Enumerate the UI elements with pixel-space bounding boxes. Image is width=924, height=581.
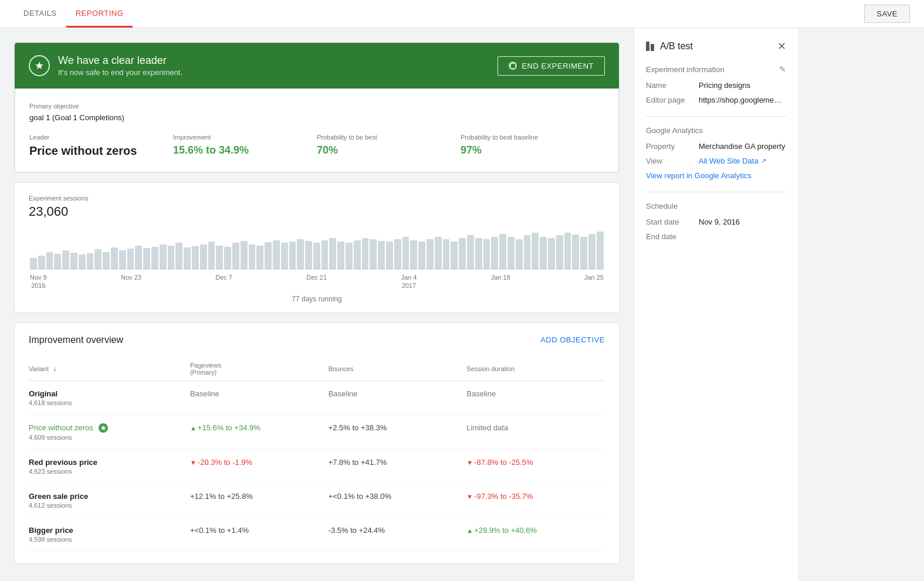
chart-bar xyxy=(184,247,191,270)
chart-bar xyxy=(524,235,531,270)
limited-data-text: Limited data xyxy=(466,423,508,432)
save-button[interactable]: SAVE xyxy=(864,5,910,23)
chart-bar xyxy=(337,242,344,270)
variant-sessions: 4,609 sessions xyxy=(29,434,190,441)
close-button[interactable]: ✕ xyxy=(777,40,786,53)
ab-bar-1 xyxy=(646,42,649,51)
improvement-title: Improvement overview xyxy=(29,335,123,345)
chart-bar xyxy=(354,240,361,270)
primary-objective-label: Primary objective xyxy=(29,103,604,110)
pageviews-value: +15.6% to +34.9% xyxy=(198,423,260,432)
col-variant: Variant ↓ xyxy=(29,357,190,381)
variant-cell: Red previous price4,623 sessions xyxy=(29,450,190,484)
edit-icon[interactable]: ✎ xyxy=(779,64,786,74)
bar-chart xyxy=(29,229,605,270)
chart-bar xyxy=(135,246,142,270)
view-ga-report-link[interactable]: View report in Google Analytics xyxy=(646,171,786,180)
banner-title: We have a clear leader xyxy=(58,55,182,67)
x-label-dec21: Dec 21 xyxy=(306,273,327,290)
baseline-text: Baseline xyxy=(190,389,219,398)
experiment-info-section: Experiment information ✎ Name Pricing de… xyxy=(646,64,786,104)
chart-bar xyxy=(265,242,272,270)
pageviews-cell: +<0.1% to +1.4% xyxy=(190,518,329,552)
chart-bar xyxy=(62,250,69,270)
primary-objective-section: Primary objective goal 1 (Goal 1 Complet… xyxy=(29,103,604,122)
property-row: Property Merchandise GA property xyxy=(646,142,786,151)
bounces-cell: +2.5% to +38.3% xyxy=(329,414,467,450)
chart-bar xyxy=(273,240,280,270)
chart-bar xyxy=(572,235,579,270)
bounces-value: +<0.1% to +38.0% xyxy=(329,492,391,501)
property-label: Property xyxy=(646,142,699,151)
tab-reporting[interactable]: REPORTING xyxy=(66,1,133,28)
chart-bar xyxy=(175,243,182,270)
view-link[interactable]: All Web Site Data ↗ xyxy=(699,157,766,165)
chart-bar xyxy=(249,244,256,270)
banner-text: We have a clear leader It's now safe to … xyxy=(58,55,182,77)
content-area: ★ We have a clear leader It's now safe t… xyxy=(0,28,634,581)
variant-sessions: 4,618 sessions xyxy=(29,399,190,406)
external-link-icon: ↗ xyxy=(761,157,766,165)
baseline-text: Baseline xyxy=(329,389,358,398)
chart-bar xyxy=(94,249,101,270)
arrow-down-icon: ▼ xyxy=(466,493,473,500)
variant-sessions: 4,623 sessions xyxy=(29,468,190,475)
google-analytics-section: Google Analytics Property Merchandise GA… xyxy=(646,126,786,180)
chart-bar xyxy=(256,246,263,270)
variant-cell: Original4,618 sessions xyxy=(29,380,190,414)
chart-bar xyxy=(281,243,288,270)
col-bounces: Bounces xyxy=(329,357,467,381)
add-objective-button[interactable]: ADD OBJECTIVE xyxy=(540,335,605,344)
chart-bar xyxy=(491,237,498,270)
ga-section-title: Google Analytics xyxy=(646,126,703,135)
leader-badge: ★ xyxy=(99,423,108,433)
chart-bar xyxy=(30,258,37,270)
improvement-stat: Improvement 15.6% to 34.9% xyxy=(173,134,317,158)
arrow-down-icon: ▼ xyxy=(466,459,473,466)
chart-area: Nov 92016 Nov 23 Dec 7 Dec 21 Jan 42017 … xyxy=(29,229,605,290)
divider-1 xyxy=(646,116,786,117)
view-value: All Web Site Data xyxy=(699,157,759,165)
schedule-title: Schedule xyxy=(646,202,678,210)
chart-bar xyxy=(208,242,215,270)
chart-bar xyxy=(588,234,595,270)
experiment-info-header: Experiment information ✎ xyxy=(646,64,786,74)
chart-footer: 77 days running xyxy=(29,295,605,303)
property-value: Merchandise GA property xyxy=(699,142,786,151)
nav-tabs: DETAILS REPORTING xyxy=(14,1,133,28)
name-label: Name xyxy=(646,81,699,90)
chart-bar xyxy=(289,242,296,270)
chart-bar xyxy=(435,237,442,270)
probability-best-stat: Probability to be best 70% xyxy=(317,134,461,158)
table-row: Bigger price4,598 sessions+<0.1% to +1.4… xyxy=(29,518,605,552)
chart-bar xyxy=(516,239,523,270)
pageviews-cell: ▼-20.3% to -1.9% xyxy=(190,450,329,484)
improvement-header: Improvement overview ADD OBJECTIVE xyxy=(29,335,605,345)
chart-bar xyxy=(443,239,450,270)
variant-sessions: 4,612 sessions xyxy=(29,502,190,509)
chart-bar xyxy=(483,239,490,270)
panel-title: A/B test xyxy=(660,41,693,52)
chart-bar xyxy=(200,244,207,270)
table-body: Original4,618 sessionsBaselineBaselineBa… xyxy=(29,380,605,552)
tab-details[interactable]: DETAILS xyxy=(14,1,66,28)
panel-header: A/B test ✕ xyxy=(646,40,786,53)
pageviews-value: +<0.1% to +1.4% xyxy=(190,526,249,535)
chart-bar xyxy=(313,243,320,270)
chart-bar xyxy=(54,254,61,270)
chart-bar xyxy=(370,239,377,270)
chart-bar xyxy=(394,239,401,270)
variant-name: Price without zeros xyxy=(29,423,93,432)
x-label-jan25: Jan 25 xyxy=(584,273,604,290)
ab-bar-2 xyxy=(651,44,654,51)
session-duration-value: -97.3% to -35.7% xyxy=(474,492,533,501)
chart-bar xyxy=(79,254,86,270)
arrow-up-icon: ▲ xyxy=(466,527,473,534)
banner-left: ★ We have a clear leader It's now safe t… xyxy=(29,55,182,77)
end-experiment-button[interactable]: END EXPERIMENT xyxy=(497,56,605,76)
pageviews-cell: +12.1% to +25.8% xyxy=(190,484,329,518)
variant-cell: Bigger price4,598 sessions xyxy=(29,518,190,552)
ga-section-header: Google Analytics xyxy=(646,126,786,135)
chart-bar xyxy=(540,237,547,270)
start-date-value: Nov 9, 2016 xyxy=(699,218,786,226)
